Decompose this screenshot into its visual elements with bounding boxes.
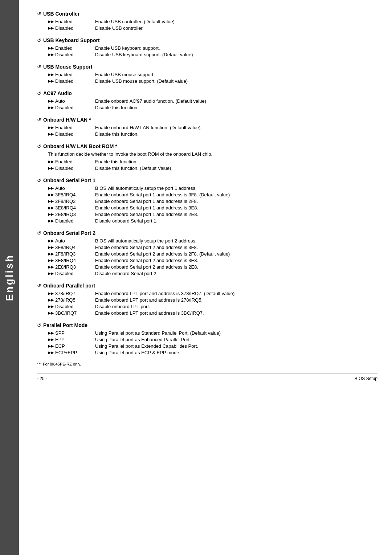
- option-value-parallel-port-mode-2: Using Parallel port as Extended Capabili…: [95, 343, 377, 349]
- option-row-usb-keyboard-support-1: ▶▶DisabledDisable USB keyboard support. …: [37, 52, 377, 57]
- option-value-onboard-serial-port-2-3: Enable onboard Serial port 2 and address…: [95, 258, 377, 263]
- section-description-onboard-hw-lan-boot-rom: This function decide whether to invoke t…: [37, 151, 377, 157]
- bullet-icon-parallel-port-mode-3: ▶▶: [48, 350, 54, 355]
- bullet-icon-parallel-port-mode-1: ▶▶: [48, 337, 54, 342]
- option-key-text-usb-mouse-support-1: Disabled: [55, 78, 74, 84]
- page-container: English ↺USB Controller▶▶EnabledEnable U…: [0, 0, 392, 555]
- option-key-usb-mouse-support-0: ▶▶Enabled: [48, 72, 95, 77]
- option-key-text-onboard-serial-port-2-1: 3F8/IRQ4: [55, 245, 75, 250]
- option-key-onboard-parallel-port-1: ▶▶278/IRQ5: [48, 297, 95, 303]
- option-value-usb-controller-1: Disable USB controller.: [95, 25, 377, 31]
- section-arrow-icon-parallel-port-mode: ↺: [37, 323, 41, 328]
- option-row-onboard-hw-lan-boot-rom-0: ▶▶EnabledEnable this function.: [37, 159, 377, 164]
- option-value-onboard-serial-port-2-1: Enable onboard Serial port 2 and address…: [95, 245, 377, 250]
- option-value-onboard-parallel-port-2: Disable onboard LPT port.: [95, 304, 377, 309]
- section-onboard-serial-port-1: ↺Onboard Serial Port 1▶▶AutoBIOS will au…: [37, 177, 377, 224]
- section-title-usb-mouse-support: ↺USB Mouse Support: [37, 64, 377, 70]
- option-row-usb-controller-0: ▶▶EnabledEnable USB controller. (Default…: [37, 19, 377, 24]
- option-key-ac97-audio-0: ▶▶Auto: [48, 98, 95, 104]
- option-key-onboard-serial-port-1-5: ▶▶Disabled: [48, 218, 95, 224]
- section-title-text-usb-controller: USB Controller: [43, 11, 79, 17]
- bullet-icon-usb-keyboard-support-1: ▶▶: [48, 52, 54, 57]
- footer: - 25 - BIOS Setup: [37, 374, 377, 381]
- section-title-onboard-serial-port-2: ↺Onboard Serial Port 2: [37, 230, 377, 236]
- option-key-onboard-hw-lan-boot-rom-0: ▶▶Enabled: [48, 159, 95, 164]
- option-row-onboard-parallel-port-2: ▶▶DisabledDisable onboard LPT port.: [37, 304, 377, 309]
- option-row-parallel-port-mode-3: ▶▶ECP+EPPUsing Parallel port as ECP & EP…: [37, 350, 377, 355]
- option-row-ac97-audio-1: ▶▶DisabledDisable this function.: [37, 105, 377, 110]
- bullet-icon-onboard-parallel-port-0: ▶▶: [48, 291, 54, 296]
- section-title-text-ac97-audio: AC97 Audio: [43, 90, 72, 96]
- option-key-text-onboard-serial-port-2-5: Disabled: [55, 271, 74, 276]
- option-key-text-onboard-serial-port-2-4: 2E8/IRQ3: [55, 264, 76, 270]
- bullet-icon-onboard-serial-port-1-3: ▶▶: [48, 205, 54, 210]
- option-key-text-usb-keyboard-support-1: Disabled: [55, 52, 74, 57]
- section-arrow-icon-usb-keyboard-support: ↺: [37, 38, 41, 43]
- option-value-ac97-audio-1: Disable this function.: [95, 105, 377, 110]
- option-row-ac97-audio-0: ▶▶AutoEnable onboard AC'97 audio functio…: [37, 98, 377, 104]
- section-onboard-serial-port-2: ↺Onboard Serial Port 2▶▶AutoBIOS will au…: [37, 230, 377, 276]
- bullet-icon-onboard-hw-lan-boot-rom-0: ▶▶: [48, 159, 54, 164]
- option-row-onboard-serial-port-1-3: ▶▶3E8/IRQ4Enable onboard Serial port 1 a…: [37, 205, 377, 211]
- option-row-usb-controller-1: ▶▶DisabledDisable USB controller.: [37, 25, 377, 31]
- bullet-icon-ac97-audio-0: ▶▶: [48, 99, 54, 103]
- option-value-onboard-parallel-port-3: Enable onboard LPT port and address is 3…: [95, 310, 377, 316]
- bullet-icon-onboard-serial-port-1-0: ▶▶: [48, 186, 54, 191]
- option-value-onboard-serial-port-2-0: BIOS will automatically setup the port 2…: [95, 238, 377, 244]
- option-key-text-ac97-audio-0: Auto: [55, 98, 65, 104]
- section-title-usb-keyboard-support: ↺USB Keyboard Support: [37, 37, 377, 43]
- bullet-icon-onboard-hw-lan-1: ▶▶: [48, 132, 54, 136]
- option-value-onboard-serial-port-1-4: Enable onboard Serial port 1 and address…: [95, 212, 377, 217]
- option-row-parallel-port-mode-2: ▶▶ECPUsing Parallel port as Extended Cap…: [37, 343, 377, 349]
- option-row-onboard-serial-port-2-5: ▶▶DisabledDisable onboard Serial port 2.: [37, 271, 377, 276]
- option-key-text-onboard-serial-port-2-3: 3E8/IRQ4: [55, 258, 76, 263]
- bullet-icon-usb-controller-1: ▶▶: [48, 26, 54, 30]
- option-key-onboard-parallel-port-0: ▶▶378/IRQ7: [48, 291, 95, 296]
- option-value-usb-mouse-support-1: Disable USB mouse support. (Default valu…: [95, 78, 377, 84]
- section-title-text-onboard-serial-port-1: Onboard Serial Port 1: [43, 177, 95, 183]
- option-row-onboard-hw-lan-0: ▶▶EnabledEnable onboard H/W LAN function…: [37, 125, 377, 130]
- option-row-usb-keyboard-support-0: ▶▶EnabledEnable USB keyboard support.: [37, 45, 377, 51]
- option-key-text-parallel-port-mode-3: ECP+EPP: [55, 350, 77, 355]
- option-key-text-usb-keyboard-support-0: Enabled: [55, 45, 73, 51]
- option-key-text-usb-controller-1: Disabled: [55, 25, 74, 31]
- section-onboard-hw-lan: ↺Onboard H/W LAN *▶▶EnabledEnable onboar…: [37, 117, 377, 137]
- section-title-onboard-hw-lan: ↺Onboard H/W LAN *: [37, 117, 377, 123]
- option-key-onboard-hw-lan-boot-rom-1: ▶▶Disabled: [48, 166, 95, 171]
- option-key-usb-keyboard-support-0: ▶▶Enabled: [48, 45, 95, 51]
- option-key-onboard-serial-port-1-3: ▶▶3E8/IRQ4: [48, 205, 95, 211]
- option-key-text-onboard-serial-port-2-0: Auto: [55, 238, 65, 244]
- section-title-onboard-serial-port-1: ↺Onboard Serial Port 1: [37, 177, 377, 183]
- option-key-onboard-serial-port-1-1: ▶▶3F8/IRQ4: [48, 192, 95, 197]
- bullet-icon-usb-controller-0: ▶▶: [48, 19, 54, 24]
- option-key-usb-controller-1: ▶▶Disabled: [48, 25, 95, 31]
- option-row-onboard-serial-port-2-3: ▶▶3E8/IRQ4Enable onboard Serial port 2 a…: [37, 258, 377, 263]
- section-arrow-icon-onboard-hw-lan: ↺: [37, 117, 41, 123]
- option-value-onboard-serial-port-2-5: Disable onboard Serial port 2.: [95, 271, 377, 276]
- bullet-icon-onboard-serial-port-2-3: ▶▶: [48, 258, 54, 263]
- option-value-onboard-parallel-port-1: Enable onboard LPT port and address is 2…: [95, 297, 377, 303]
- option-key-onboard-serial-port-1-0: ▶▶Auto: [48, 185, 95, 191]
- section-title-text-onboard-hw-lan-boot-rom: Onboard H/W LAN Boot ROM *: [43, 143, 117, 149]
- option-value-onboard-hw-lan-boot-rom-1: Disable this function. (Default Value): [95, 166, 377, 171]
- section-ac97-audio: ↺AC97 Audio▶▶AutoEnable onboard AC'97 au…: [37, 90, 377, 110]
- section-parallel-port-mode: ↺Parallel Port Mode▶▶SPPUsing Parallel p…: [37, 322, 377, 355]
- option-value-onboard-hw-lan-0: Enable onboard H/W LAN function. (Defaul…: [95, 125, 377, 130]
- option-key-onboard-hw-lan-0: ▶▶Enabled: [48, 125, 95, 130]
- option-key-onboard-hw-lan-1: ▶▶Disabled: [48, 131, 95, 137]
- section-title-text-parallel-port-mode: Parallel Port Mode: [43, 322, 87, 328]
- option-key-text-onboard-serial-port-1-3: 3E8/IRQ4: [55, 205, 76, 211]
- page-number: - 25 -: [37, 376, 47, 381]
- bullet-icon-ac97-audio-1: ▶▶: [48, 105, 54, 110]
- bullet-icon-parallel-port-mode-0: ▶▶: [48, 331, 54, 335]
- section-arrow-icon-usb-mouse-support: ↺: [37, 64, 41, 70]
- section-onboard-parallel-port: ↺Onboard Parallel port▶▶378/IRQ7Enable o…: [37, 283, 377, 316]
- option-value-usb-mouse-support-0: Enable USB mouse support.: [95, 72, 377, 77]
- option-row-usb-mouse-support-1: ▶▶DisabledDisable USB mouse support. (De…: [37, 78, 377, 84]
- section-title-ac97-audio: ↺AC97 Audio: [37, 90, 377, 96]
- bullet-icon-usb-mouse-support-0: ▶▶: [48, 72, 54, 77]
- option-row-onboard-serial-port-2-4: ▶▶2E8/IRQ3Enable onboard Serial port 2 a…: [37, 264, 377, 270]
- section-arrow-icon-onboard-parallel-port: ↺: [37, 283, 41, 289]
- option-row-onboard-hw-lan-1: ▶▶DisabledDisable this function.: [37, 131, 377, 137]
- option-value-parallel-port-mode-0: Using Parallel port as Standard Parallel…: [95, 330, 377, 336]
